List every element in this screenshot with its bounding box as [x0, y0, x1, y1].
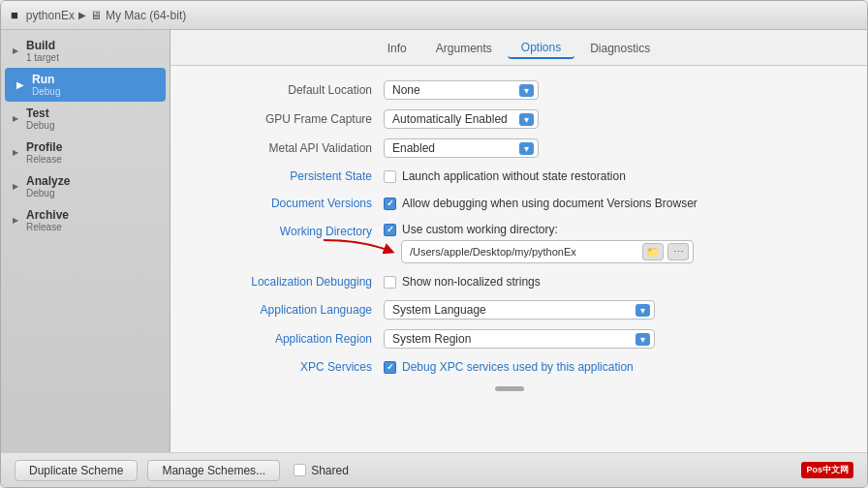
duplicate-scheme-button[interactable]: Duplicate Scheme [15, 460, 138, 481]
sidebar-item-build-text: Build 1 target [26, 39, 59, 63]
target-name: My Mac (64-bit) [106, 9, 186, 22]
metal-api-dropdown[interactable]: Enabled ▾ [384, 138, 539, 158]
default-location-control: None ▾ [384, 80, 848, 100]
metal-api-row: Metal API Validation Enabled ▾ [170, 134, 848, 163]
default-location-arrow: ▾ [519, 84, 534, 97]
localization-label: Localization Debugging [170, 275, 384, 289]
sidebar-item-archive[interactable]: ▶ Archive Release [1, 203, 170, 237]
sidebar-item-test[interactable]: ▶ Test Debug [1, 102, 170, 136]
localization-control: Show non-localized strings [384, 275, 848, 289]
scroll-dot [495, 386, 524, 391]
tab-arguments[interactable]: Arguments [422, 39, 506, 58]
titlebar: ■ pythonEx ▶ 🖥 My Mac (64-bit) [1, 1, 867, 30]
app-language-label: Application Language [170, 303, 384, 317]
app-language-arrow: ▾ [636, 304, 650, 317]
xpc-control: Debug XPC services used by this applicat… [384, 360, 848, 374]
sidebar-item-profile-sub: Release [26, 154, 62, 165]
main-layout: ▶ Build 1 target ▶ Run Debug ▶ Test Debu… [1, 30, 867, 452]
shared-checkbox[interactable] [294, 464, 306, 476]
sidebar-item-analyze-title: Analyze [26, 174, 70, 188]
sidebar-item-profile[interactable]: ▶ Profile Release [1, 136, 170, 169]
default-location-label: Default Location [170, 83, 384, 97]
metal-api-label: Metal API Validation [170, 141, 384, 155]
titlebar-breadcrumb: pythonEx ▶ 🖥 My Mac (64-bit) [26, 9, 186, 22]
working-dir-browse-btn[interactable]: ⋯ [667, 243, 689, 260]
default-location-value: None [392, 83, 420, 97]
working-dir-path-field[interactable]: /Users/apple/Desktop/my/pythonEx 📁 ⋯ [401, 240, 694, 263]
collapse-icon-analyze: ▶ [13, 182, 18, 191]
sidebar-item-profile-text: Profile Release [26, 140, 62, 165]
app-region-value: System Region [392, 332, 471, 346]
xpc-row: XPC Services Debug XPC services used by … [170, 353, 848, 381]
app-language-row: Application Language System Language ▾ [170, 295, 848, 324]
breadcrumb-arrow: ▶ [78, 10, 86, 20]
doc-versions-label: Document Versions [170, 197, 384, 210]
metal-api-value: Enabled [392, 141, 435, 155]
main-window: ■ pythonEx ▶ 🖥 My Mac (64-bit) ▶ Build 1… [0, 0, 868, 488]
sidebar-item-run-title: Run [32, 73, 60, 86]
app-language-value: System Language [392, 303, 486, 317]
red-arrow-annotation [314, 235, 399, 266]
footer: Duplicate Scheme Manage Schemes... Share… [1, 452, 867, 487]
doc-versions-checkbox[interactable] [384, 198, 396, 210]
persistent-state-checkbox[interactable] [384, 170, 396, 183]
sidebar-item-analyze-text: Analyze Debug [26, 174, 70, 198]
gpu-frame-row: GPU Frame Capture Automatically Enabled … [170, 105, 848, 134]
app-language-control: System Language ▾ [384, 300, 848, 320]
persistent-state-text: Launch application without state restora… [402, 169, 626, 183]
sidebar-item-run-text: Run Debug [32, 73, 60, 97]
app-region-arrow: ▾ [636, 333, 650, 346]
app-region-dropdown[interactable]: System Region ▾ [384, 329, 655, 349]
app-language-dropdown[interactable]: System Language ▾ [384, 300, 655, 320]
content-area: Info Arguments Options Diagnostics Defau… [170, 30, 867, 452]
xpc-text: Debug XPC services used by this applicat… [402, 360, 634, 374]
collapse-icon-profile: ▶ [13, 148, 18, 157]
xpc-checkbox[interactable] [384, 361, 396, 374]
gpu-frame-arrow: ▾ [519, 113, 534, 126]
sidebar-item-build-title: Build [26, 39, 59, 52]
sidebar-item-test-text: Test Debug [26, 107, 54, 131]
sidebar-item-run[interactable]: ▶ Run Debug [5, 68, 166, 102]
tab-diagnostics[interactable]: Diagnostics [576, 39, 664, 58]
sidebar-item-analyze[interactable]: ▶ Analyze Debug [1, 169, 170, 203]
watermark: Pos中文网 [801, 462, 853, 478]
sidebar: ▶ Build 1 target ▶ Run Debug ▶ Test Debu… [1, 30, 170, 452]
gpu-frame-control: Automatically Enabled ▾ [384, 109, 848, 129]
sidebar-item-test-title: Test [26, 107, 54, 120]
gpu-frame-value: Automatically Enabled [392, 112, 508, 126]
sidebar-item-build[interactable]: ▶ Build 1 target [1, 34, 170, 68]
persistent-state-control: Launch application without state restora… [384, 169, 848, 183]
sidebar-item-archive-sub: Release [26, 222, 69, 232]
default-location-dropdown[interactable]: None ▾ [384, 80, 539, 100]
tabbar: Info Arguments Options Diagnostics [170, 30, 867, 66]
app-region-control: System Region ▾ [384, 329, 848, 349]
gpu-frame-dropdown[interactable]: Automatically Enabled ▾ [384, 109, 539, 129]
play-icon-run: ▶ [16, 79, 24, 90]
localization-row: Localization Debugging Show non-localize… [170, 268, 848, 295]
app-icon: ■ [11, 8, 18, 22]
manage-schemes-button[interactable]: Manage Schemes... [147, 460, 280, 481]
working-dir-path-text: /Users/apple/Desktop/my/pythonEx [406, 246, 638, 258]
working-dir-folder-btn[interactable]: 📁 [642, 243, 664, 260]
persistent-state-row: Persistent State Launch application with… [170, 163, 848, 190]
collapse-icon-test: ▶ [13, 114, 18, 123]
xpc-label: XPC Services [170, 360, 384, 374]
tab-info[interactable]: Info [374, 39, 420, 58]
working-dir-check-row: Use custom working directory: [384, 223, 558, 236]
shared-area: Shared [294, 464, 349, 477]
working-dir-checkbox[interactable] [384, 224, 396, 236]
sidebar-item-build-sub: 1 target [26, 52, 59, 63]
scroll-indicator [170, 381, 848, 397]
sidebar-item-archive-text: Archive Release [26, 208, 69, 232]
sidebar-item-run-sub: Debug [32, 86, 60, 97]
persistent-state-label: Persistent State [170, 169, 384, 183]
default-location-row: Default Location None ▾ [170, 76, 848, 105]
localization-checkbox[interactable] [384, 276, 396, 289]
shared-label: Shared [311, 464, 349, 477]
target-icon: 🖥 [90, 9, 102, 22]
app-region-label: Application Region [170, 332, 384, 346]
tab-options[interactable]: Options [508, 38, 574, 59]
gpu-frame-label: GPU Frame Capture [170, 112, 384, 126]
sidebar-item-archive-title: Archive [26, 208, 69, 222]
metal-api-arrow: ▾ [519, 142, 534, 155]
